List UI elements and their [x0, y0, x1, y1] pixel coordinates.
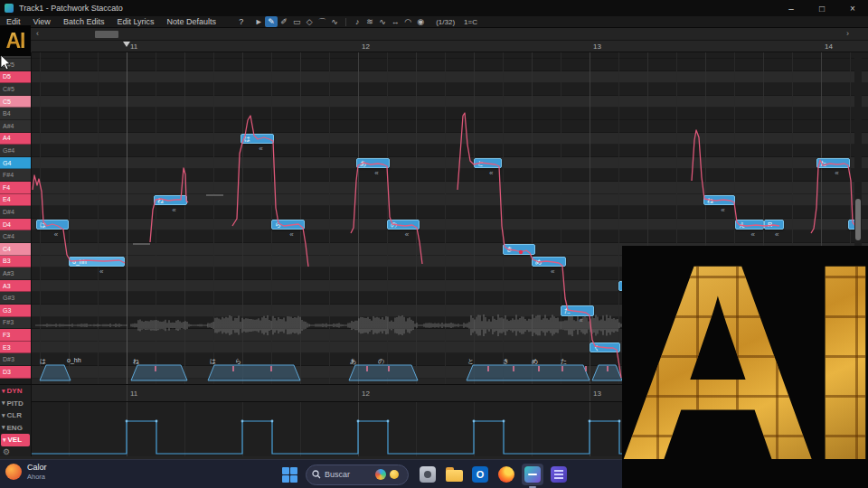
piano-key-cs5[interactable]: C#5: [0, 83, 32, 96]
vibrato-mode[interactable]: ≋: [363, 16, 376, 27]
taskbar-search[interactable]: [306, 465, 409, 485]
piano-key-ds4[interactable]: D#4: [0, 206, 32, 219]
piano-key-e3[interactable]: E3: [0, 342, 32, 354]
voice-studio-icon[interactable]: [522, 464, 543, 485]
grid-line: [156, 52, 156, 384]
playhead-marker[interactable]: [123, 42, 130, 47]
search-input[interactable]: [325, 470, 372, 479]
firefox-icon[interactable]: [495, 464, 517, 485]
piano-key-a4[interactable]: A4: [0, 133, 32, 145]
piano-key-g3[interactable]: G3: [0, 305, 32, 317]
note[interactable]: は: [36, 220, 69, 230]
menu-edit-lyrics[interactable]: Edit Lyrics: [110, 17, 160, 26]
line-tool[interactable]: ◇: [303, 16, 316, 27]
piano-key-d5[interactable]: D5: [0, 71, 32, 84]
copilot-icon[interactable]: [375, 469, 386, 480]
param-grid-line: [300, 402, 301, 456]
freehand-tool[interactable]: ∿: [328, 16, 341, 27]
piano-key-fs3[interactable]: F#3: [0, 317, 32, 330]
stretch-mode[interactable]: ↔: [389, 16, 401, 27]
menu-batch-edits[interactable]: Batch Edits: [57, 17, 111, 26]
note[interactable]: の: [387, 220, 420, 230]
piano-key-as4[interactable]: A#4: [0, 120, 32, 133]
note[interactable]: o_hh: [69, 257, 125, 267]
minimize-button[interactable]: –: [776, 0, 807, 16]
pointer-tool[interactable]: ►: [252, 16, 265, 27]
note[interactable]: ね: [703, 195, 735, 206]
menu-note-defaults[interactable]: Note Defaults: [161, 17, 223, 26]
param-lane-eng[interactable]: ▾ENG: [0, 422, 31, 435]
start-button[interactable]: [282, 467, 297, 483]
piano-key-ds5[interactable]: D#5: [0, 59, 32, 71]
piano-key-b3[interactable]: B3: [0, 256, 32, 268]
param-grid-line: [69, 402, 70, 456]
param-lane-clr[interactable]: ▾CLR: [0, 409, 31, 422]
note[interactable]: た: [561, 305, 594, 316]
param-lane-vel[interactable]: ▾VEL: [1, 434, 30, 446]
outlook-icon[interactable]: O: [469, 464, 491, 485]
piano-key-gs4[interactable]: G#4: [0, 145, 32, 157]
measure-label: 12: [362, 42, 370, 51]
param-lane-pitd[interactable]: ▾PITD: [0, 398, 31, 410]
loop-mode[interactable]: ◉: [414, 16, 427, 27]
note[interactable]: と: [474, 158, 502, 169]
piano-key-a3[interactable]: A3: [0, 280, 32, 293]
measure-ruler[interactable]: 11121314: [32, 41, 868, 52]
pencil-tool[interactable]: ✎: [265, 16, 278, 27]
note-division-value[interactable]: (1/32): [436, 18, 455, 26]
scroll-right-icon[interactable]: ›: [846, 29, 849, 38]
piano-key-g4[interactable]: G4: [0, 157, 32, 170]
piano-key-e4[interactable]: E4: [0, 194, 32, 207]
maximize-button[interactable]: □: [807, 0, 837, 16]
piano-key-c4[interactable]: C4: [0, 243, 32, 256]
file-explorer-icon[interactable]: [443, 464, 465, 485]
piano-key-d3[interactable]: D3: [0, 366, 32, 379]
piano-key-fs4[interactable]: F#4: [0, 169, 32, 182]
curve-tool[interactable]: ⌒: [316, 16, 328, 27]
horizontal-scroll-strip[interactable]: ‹ ›: [0, 28, 868, 41]
piano-key-gs3[interactable]: G#3: [0, 292, 32, 305]
piano-key-b4[interactable]: B4: [0, 108, 32, 120]
grid-line: [329, 52, 330, 384]
note[interactable]: た: [816, 158, 850, 169]
screenshot-tool-icon[interactable]: [417, 464, 439, 485]
piano-key-f4[interactable]: F4: [0, 182, 32, 194]
portamento-mode[interactable]: ◠: [401, 16, 414, 27]
editor-icon[interactable]: [548, 464, 570, 485]
note-mode[interactable]: ♪: [351, 16, 363, 27]
menu-view[interactable]: View: [27, 17, 57, 26]
param-lane-dyn[interactable]: ▾DYN: [0, 385, 31, 398]
piano-key-as3[interactable]: A#3: [0, 267, 32, 280]
close-button[interactable]: ×: [837, 0, 868, 16]
piano-key-ds3[interactable]: D#3: [0, 353, 32, 366]
scroll-left-icon[interactable]: ‹: [36, 29, 39, 38]
weather-subtitle: Ahora: [27, 473, 47, 481]
key-signature-value[interactable]: 1=C: [464, 18, 477, 26]
weather-widget[interactable]: Calor Ahora: [5, 463, 47, 481]
piano-key-f3[interactable]: F3: [0, 329, 32, 342]
note[interactable]: く: [590, 343, 620, 353]
param-grid-line: [474, 402, 475, 456]
piano-key-cs4[interactable]: C#4: [0, 230, 32, 243]
menu-items: EditViewBatch EditsEdit LyricsNote Defau…: [0, 17, 222, 26]
note[interactable]: き: [503, 244, 535, 255]
pitch-mode[interactable]: ∿: [376, 16, 389, 27]
horizontal-scrollbar-thumb[interactable]: [95, 31, 118, 38]
help-button[interactable]: ?: [239, 17, 243, 26]
piano-key-c5[interactable]: C5: [0, 96, 32, 108]
gear-icon[interactable]: ⚙: [0, 446, 31, 457]
rewards-icon[interactable]: [390, 470, 399, 479]
grid-line: [98, 52, 99, 384]
piano-key-d4[interactable]: D4: [0, 219, 32, 231]
note[interactable]: R: [764, 220, 784, 230]
note[interactable]: ね: [154, 195, 187, 206]
note[interactable]: え: [735, 220, 764, 230]
brush-tool[interactable]: ✐: [278, 16, 290, 27]
note[interactable]: あ: [356, 158, 390, 169]
note[interactable]: ら: [271, 220, 305, 230]
note[interactable]: め: [532, 257, 566, 267]
note[interactable]: は: [241, 134, 274, 145]
eraser-tool[interactable]: ▭: [290, 16, 303, 27]
taskbar-apps: O: [417, 464, 570, 485]
vertical-scrollbar-thumb[interactable]: [855, 199, 861, 240]
